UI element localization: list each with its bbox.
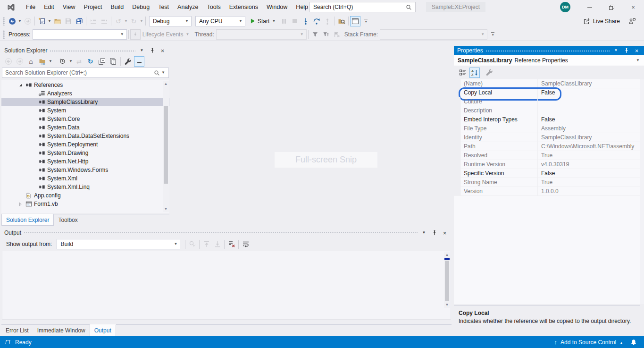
properties-header[interactable]: Properties ▼ ×	[454, 46, 644, 55]
menu-extensions[interactable]: Extensions	[225, 0, 262, 14]
navigate-back-button[interactable]	[7, 16, 17, 27]
output-text-area[interactable]	[2, 251, 451, 320]
property-value[interactable]: SampleClassLibrary	[538, 133, 640, 142]
tree-item[interactable]: System.Xml	[1, 174, 169, 183]
tab-toolbox[interactable]: Toolbox	[54, 214, 82, 226]
tree-item[interactable]: References	[1, 81, 169, 89]
property-value[interactable]: False	[538, 88, 640, 97]
tree-item[interactable]: Analyzers	[1, 89, 169, 98]
tree-item[interactable]: System	[1, 106, 169, 115]
menu-edit[interactable]: Edit	[40, 0, 59, 14]
show-all-files-icon[interactable]	[108, 56, 118, 67]
switch-views-icon[interactable]	[37, 56, 48, 67]
tab-output[interactable]: Output	[90, 324, 116, 336]
scroll-thumb[interactable]	[164, 106, 168, 184]
tree-item[interactable]: System.Windows.Forms	[1, 166, 169, 174]
search-options-caret-icon[interactable]: ▼	[161, 71, 166, 75]
tree-item[interactable]: System.Net.Http	[1, 157, 169, 166]
property-row[interactable]: Specific Version False	[454, 169, 640, 178]
background-tasks-icon[interactable]	[4, 339, 11, 346]
dropdown-caret-icon[interactable]: ▼	[120, 33, 125, 36]
quick-search-box[interactable]: Search (Ctrl+Q)	[309, 2, 416, 12]
tree-item[interactable]: System.Xml.Linq	[1, 183, 169, 191]
solution-configuration-dropdown[interactable]: Debug ▼	[149, 16, 192, 26]
start-caret-icon[interactable]: ▼	[271, 19, 276, 23]
menu-test[interactable]: Test	[154, 0, 173, 14]
pending-changes-filter-icon[interactable]	[57, 56, 68, 67]
toolbar-grip[interactable]	[3, 30, 5, 39]
property-row[interactable]: Runtime Version v4.0.30319	[454, 160, 640, 169]
property-row[interactable]: Path C:\Windows\Microsoft.NET\assembly	[454, 142, 640, 151]
tab-error-list[interactable]: Error List	[1, 325, 33, 336]
properties-scrollbar[interactable]	[640, 79, 644, 304]
tree-expander-icon[interactable]	[17, 202, 23, 207]
search-icon[interactable]	[154, 70, 160, 76]
property-value[interactable]	[538, 97, 640, 106]
solution-platform-dropdown[interactable]: Any CPU ▼	[195, 16, 245, 26]
properties-wrench-icon[interactable]	[123, 56, 134, 67]
menu-project[interactable]: Project	[80, 0, 107, 14]
property-row[interactable]: Strong Name True	[454, 178, 640, 187]
toolbar-overflow-button[interactable]: ▼	[360, 16, 371, 27]
tree-item[interactable]: System.Core	[1, 115, 169, 123]
preview-selected-items-button[interactable]	[134, 56, 144, 67]
refresh-icon[interactable]: ↻	[85, 56, 96, 67]
properties-object-dropdown[interactable]: SampleClassLibrary Reference Properties …	[454, 55, 644, 66]
add-to-source-control-button[interactable]: Add to Source Control	[560, 339, 616, 346]
property-row[interactable]: Culture	[454, 97, 640, 106]
show-threads-flagged-icon[interactable]	[310, 29, 321, 40]
search-icon[interactable]	[406, 4, 412, 10]
scroll-up-icon[interactable]: ▲	[163, 81, 169, 87]
new-project-caret-icon[interactable]: ▼	[47, 19, 52, 23]
menu-tools[interactable]: Tools	[203, 0, 225, 14]
solution-explorer-search-box[interactable]: Search Solution Explorer (Ctrl+;) ▼	[2, 68, 169, 78]
property-value[interactable]: C:\Windows\Microsoft.NET\assembly	[538, 142, 640, 151]
property-row[interactable]: Copy Local False	[454, 88, 640, 97]
clear-all-icon[interactable]	[226, 238, 237, 250]
switch-views-caret-icon[interactable]: ▼	[48, 59, 53, 63]
menu-file[interactable]: File	[22, 0, 40, 14]
toggle-word-wrap-icon[interactable]	[240, 238, 251, 250]
output-source-dropdown[interactable]: Build ▼	[57, 239, 180, 249]
property-row[interactable]: File Type Assembly	[454, 124, 640, 133]
source-control-caret-icon[interactable]: ▲	[619, 339, 623, 346]
tree-item[interactable]: SampleClassLibrary	[1, 98, 169, 106]
pending-changes-caret-icon[interactable]: ▼	[68, 59, 73, 63]
solution-explorer-toggle-button[interactable]	[350, 16, 360, 26]
collapse-all-icon[interactable]	[96, 56, 107, 67]
tree-expander-icon[interactable]	[17, 83, 23, 88]
dropdown-caret-icon[interactable]: ▼	[238, 19, 243, 23]
close-icon[interactable]: ×	[159, 47, 167, 54]
categorized-view-icon[interactable]	[457, 67, 468, 78]
open-file-button[interactable]	[52, 16, 63, 27]
property-value[interactable]: False	[538, 115, 640, 124]
scroll-down-icon[interactable]: ▼	[163, 206, 169, 212]
output-header[interactable]: Output ▼ ×	[1, 228, 452, 238]
window-position-caret-icon[interactable]: ▼	[420, 229, 428, 237]
property-value[interactable]	[538, 106, 640, 115]
property-row[interactable]: Embed Interop Types False	[454, 115, 640, 124]
property-row[interactable]: Description	[454, 106, 640, 115]
find-in-files-button[interactable]	[336, 16, 347, 27]
output-scrollbar[interactable]: ▲ ▼	[444, 252, 450, 308]
scroll-up-icon[interactable]: ▲	[444, 252, 450, 258]
close-icon[interactable]: ×	[441, 229, 449, 237]
alphabetical-sort-button[interactable]: AZ	[469, 68, 480, 78]
property-value[interactable]: v4.0.30319	[538, 160, 640, 169]
property-value[interactable]: True	[538, 178, 640, 187]
navigate-back-caret-icon[interactable]: ▼	[17, 19, 22, 23]
save-all-button[interactable]	[74, 16, 84, 27]
account-avatar[interactable]: DM	[560, 2, 570, 12]
minimize-button[interactable]	[579, 0, 601, 14]
solution-explorer-header[interactable]: Solution Explorer ▼ ×	[1, 46, 169, 55]
property-value[interactable]: True	[538, 151, 640, 160]
scroll-down-icon[interactable]: ▼	[444, 302, 450, 308]
send-feedback-button[interactable]	[627, 16, 637, 27]
menu-analyze[interactable]: Analyze	[173, 0, 202, 14]
new-project-button[interactable]	[36, 16, 47, 27]
tree-item[interactable]: System.Data	[1, 123, 169, 132]
dropdown-caret-icon[interactable]: ▼	[184, 19, 189, 23]
property-value[interactable]: 1.0.0.0	[538, 187, 640, 195]
property-row[interactable]: Identity SampleClassLibrary	[454, 133, 640, 142]
pin-icon[interactable]	[622, 47, 630, 54]
